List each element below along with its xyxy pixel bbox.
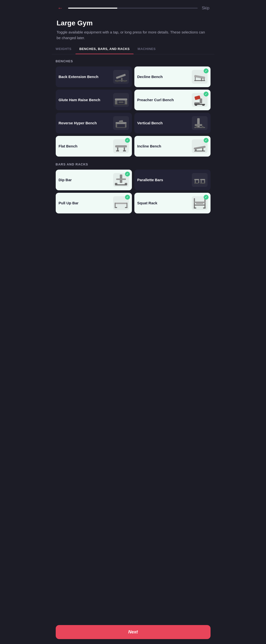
progress-bar — [68, 8, 198, 8]
svg-rect-5 — [194, 75, 205, 79]
back-button[interactable]: ← — [57, 4, 64, 12]
card-name: Squat Rack — [137, 201, 192, 206]
card-image — [113, 70, 129, 84]
svg-rect-27 — [195, 124, 202, 126]
svg-rect-54 — [115, 202, 116, 208]
check-badge: ✓ — [204, 92, 208, 96]
check-badge: ✓ — [204, 195, 208, 200]
check-badge: ✓ — [125, 195, 130, 200]
next-button[interactable]: Next — [56, 625, 210, 639]
card-name: Dip Bar — [59, 178, 113, 182]
svg-rect-46 — [200, 179, 205, 180]
svg-rect-28 — [194, 127, 205, 128]
svg-rect-15 — [194, 95, 200, 100]
svg-rect-44 — [116, 184, 126, 185]
svg-rect-53 — [115, 202, 127, 204]
check-badge: ✓ — [125, 138, 130, 143]
card-back-extension-bench[interactable]: Back Extension Bench ✓ — [56, 66, 132, 87]
card-reverse-hyper-bench[interactable]: Reverse Hyper Bench ✓ — [56, 113, 132, 134]
svg-rect-62 — [196, 202, 203, 204]
card-name: Back Extension Bench — [59, 74, 113, 79]
card-dip-bar[interactable]: Dip Bar ✓ — [56, 170, 132, 190]
svg-point-4 — [123, 80, 126, 82]
svg-rect-29 — [196, 126, 197, 128]
tab-machines[interactable]: MACHINES — [134, 44, 159, 54]
card-image — [113, 93, 129, 107]
svg-rect-51 — [194, 183, 198, 184]
section-label-bars-racks: BARS AND RACKS — [56, 162, 210, 166]
page-header: Large Gym Toggle available equipment wit… — [52, 14, 214, 44]
card-pull-up-bar[interactable]: Pull Up Bar ✓ — [56, 193, 132, 214]
svg-rect-0 — [116, 74, 126, 79]
skip-button[interactable]: Skip — [202, 6, 209, 10]
content-area: BENCHES Back Extension Bench ✓ Decline B… — [52, 54, 214, 244]
svg-point-20 — [202, 105, 205, 106]
svg-rect-33 — [124, 148, 125, 151]
svg-rect-10 — [115, 98, 127, 100]
card-parallette-bars[interactable]: Parallette Bars ✓ — [134, 170, 210, 190]
card-flat-bench[interactable]: Flat Bench ✓ — [56, 136, 132, 156]
svg-point-3 — [116, 80, 119, 82]
card-image — [192, 116, 208, 130]
card-name: Preacher Curl Bench — [137, 98, 192, 102]
svg-rect-30 — [202, 126, 203, 128]
svg-rect-31 — [115, 145, 127, 148]
tabs-container: WEIGHTS BENCHES, BARS, AND RACKS MACHINE… — [52, 44, 214, 54]
card-decline-bench[interactable]: Decline Bench ✓ — [134, 66, 210, 87]
card-image — [192, 173, 208, 187]
card-name: Incline Bench — [137, 144, 192, 149]
card-glute-ham-raise-bench[interactable]: Glute Ham Raise Bench ✓ — [56, 90, 132, 110]
card-name: Glute Ham Raise Bench — [59, 98, 113, 102]
svg-rect-59 — [204, 198, 206, 208]
check-badge: ✓ — [204, 138, 208, 143]
svg-rect-23 — [125, 124, 126, 128]
svg-rect-16 — [200, 98, 202, 104]
page-title: Large Gym — [57, 19, 209, 27]
check-badge: ✓ — [204, 68, 208, 73]
page-subtitle: Toggle available equipment with a tap, o… — [57, 30, 209, 40]
svg-rect-56 — [115, 207, 117, 208]
benches-grid: Back Extension Bench ✓ Decline Bench — [56, 66, 210, 156]
svg-rect-34 — [116, 150, 119, 152]
card-name: Decline Bench — [137, 74, 192, 79]
card-image — [113, 116, 129, 130]
svg-rect-13 — [119, 102, 124, 103]
bars-racks-grid: Dip Bar ✓ Parallette Bars — [56, 170, 210, 214]
svg-rect-22 — [116, 124, 117, 128]
check-badge: ✓ — [125, 172, 130, 176]
svg-point-19 — [195, 105, 197, 106]
card-name: Reverse Hyper Bench — [59, 121, 113, 126]
svg-rect-9 — [194, 80, 205, 81]
svg-rect-58 — [194, 198, 195, 208]
card-vertical-bench[interactable]: Vertical Bench ✓ — [134, 113, 210, 134]
tab-weights[interactable]: WEIGHTS — [52, 44, 75, 54]
svg-rect-48 — [198, 180, 199, 183]
svg-rect-37 — [202, 148, 203, 151]
svg-rect-64 — [203, 208, 206, 208]
card-preacher-curl-bench[interactable]: Preacher Curl Bench ✓ — [134, 90, 210, 110]
svg-rect-26 — [197, 118, 200, 128]
card-name: Vertical Bench — [137, 121, 192, 126]
top-bar: ← Skip — [52, 0, 214, 14]
section-label-benches: BENCHES — [56, 59, 210, 63]
svg-rect-41 — [116, 178, 126, 180]
svg-rect-61 — [194, 204, 206, 206]
progress-bar-fill — [68, 8, 117, 8]
svg-rect-32 — [117, 148, 118, 151]
card-name: Flat Bench — [59, 144, 113, 149]
svg-rect-63 — [194, 208, 196, 208]
svg-rect-35 — [123, 150, 126, 152]
card-name: Parallette Bars — [137, 178, 192, 182]
card-incline-bench[interactable]: Incline Bench ✓ — [134, 136, 210, 156]
svg-rect-55 — [126, 202, 127, 208]
card-name: Pull Up Bar — [59, 201, 113, 206]
svg-rect-39 — [194, 151, 205, 152]
svg-rect-52 — [200, 183, 205, 184]
card-squat-rack[interactable]: Squat Rack ✓ — [134, 193, 210, 214]
tab-benches-bars-racks[interactable]: BENCHES, BARS, AND RACKS — [75, 44, 134, 54]
svg-rect-45 — [194, 179, 199, 180]
svg-rect-57 — [125, 207, 127, 208]
svg-rect-14 — [115, 104, 127, 105]
